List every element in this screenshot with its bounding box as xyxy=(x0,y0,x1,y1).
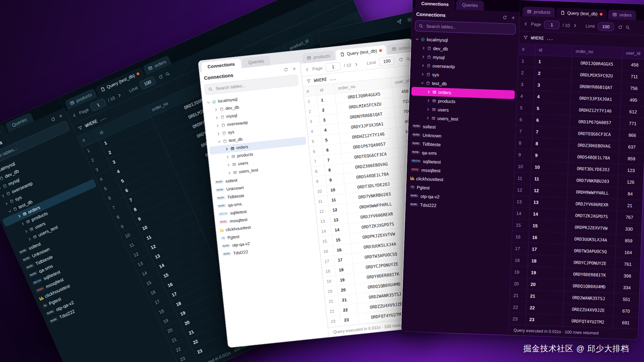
cell-seq: 10 xyxy=(515,161,532,173)
refresh-connections-icon[interactable] xyxy=(502,15,507,19)
refresh-connections-icon[interactable] xyxy=(50,116,56,122)
chevron-right-icon[interactable] xyxy=(17,214,22,219)
cell-seq: 12 xyxy=(315,205,330,217)
chevron-right-icon[interactable] xyxy=(421,63,425,67)
tree-item-label: orders xyxy=(438,89,451,95)
cell-id: 23 xyxy=(526,313,563,326)
next-page-icon[interactable] xyxy=(573,23,577,27)
prev-page-icon[interactable] xyxy=(71,112,77,118)
cell-user_id: 670 xyxy=(613,305,639,317)
column-header-order_no[interactable]: order_no xyxy=(572,46,623,58)
tree-item-label: users xyxy=(238,161,249,166)
chevron-right-icon[interactable] xyxy=(426,116,430,120)
send-icon[interactable] xyxy=(396,19,402,25)
cell-order_no: ORDLMIK5FC9ZU xyxy=(571,69,622,82)
tab-orders-table[interactable]: orders xyxy=(608,9,636,20)
page-input[interactable]: 1 xyxy=(544,20,560,29)
filter-icon xyxy=(77,125,83,131)
search-results-icon[interactable] xyxy=(165,71,170,77)
chevron-down-icon[interactable] xyxy=(206,100,210,104)
cell-id: 9 xyxy=(532,149,569,162)
page-input[interactable]: 1 xyxy=(325,62,341,72)
database-icon xyxy=(426,81,430,85)
chevron-right-icon[interactable] xyxy=(216,132,220,136)
results-pane: products Query (test_db) orders Page 1 /… xyxy=(509,0,644,340)
cell-seq: 3 xyxy=(517,78,534,90)
cell-user_id: 859 xyxy=(619,153,644,165)
cell-user_id: 398 xyxy=(614,270,640,282)
chevron-right-icon[interactable] xyxy=(427,99,430,102)
tab-products-table[interactable]: products xyxy=(523,6,555,17)
column-header-seq[interactable]: # xyxy=(303,85,317,97)
unsaved-dot xyxy=(600,13,602,15)
tree-item-label: sys xyxy=(228,130,234,135)
column-header-id[interactable]: id xyxy=(535,44,573,57)
limit-input[interactable]: 100 xyxy=(378,56,394,66)
search-tables-box[interactable] xyxy=(415,20,516,35)
results-table: #idorder_nouser_id11ORDIJQ0R4GGX545822OR… xyxy=(509,44,644,329)
mysql-logo-icon: MySQL xyxy=(411,150,420,155)
chevron-right-icon[interactable] xyxy=(1,193,6,198)
prev-page-icon[interactable] xyxy=(524,21,528,26)
refresh-connections-icon[interactable] xyxy=(283,67,288,72)
cell-order_no: ORDS48QE1L78A xyxy=(569,151,619,164)
cell-id: 6 xyxy=(322,144,341,155)
chevron-right-icon[interactable] xyxy=(215,116,219,120)
mysql-logo-icon: MySQL xyxy=(412,142,420,146)
tab-queries[interactable]: Queries xyxy=(456,0,484,10)
filter-icon xyxy=(306,79,311,83)
add-connection-icon[interactable] xyxy=(58,113,63,119)
mssql-logo-icon: MSSQL xyxy=(36,286,45,293)
chevron-right-icon[interactable] xyxy=(422,46,425,50)
chevron-right-icon[interactable] xyxy=(4,201,9,206)
refresh-results-icon[interactable] xyxy=(158,74,164,80)
tree-item-label: test_db xyxy=(432,81,447,86)
database-icon xyxy=(0,176,4,181)
chevron-right-icon[interactable] xyxy=(421,72,424,76)
chevron-right-icon[interactable] xyxy=(27,237,32,242)
mysql-logo-icon: MySQL xyxy=(216,196,225,200)
add-connection-icon[interactable] xyxy=(511,15,515,20)
cell-seq: 7 xyxy=(310,156,325,167)
chevron-right-icon[interactable] xyxy=(0,186,2,191)
cell-user_id: 859 xyxy=(616,235,642,247)
search-tables-input[interactable] xyxy=(425,23,512,32)
chevron-right-icon[interactable] xyxy=(225,147,229,151)
chevron-right-icon[interactable] xyxy=(427,90,431,94)
chevron-down-icon[interactable] xyxy=(217,139,221,143)
chevron-right-icon[interactable] xyxy=(20,222,25,227)
chevron-down-icon[interactable] xyxy=(415,37,419,41)
next-page-icon[interactable] xyxy=(117,93,122,98)
cell-seq: 12 xyxy=(514,184,531,196)
chevron-down-icon[interactable] xyxy=(7,209,12,214)
cell-seq: 14 xyxy=(513,207,530,220)
column-header-seq[interactable]: # xyxy=(519,44,536,55)
search-results-icon[interactable] xyxy=(406,56,410,61)
next-page-icon[interactable] xyxy=(354,62,359,66)
refresh-results-icon[interactable] xyxy=(398,57,403,62)
refresh-results-icon[interactable] xyxy=(618,25,623,29)
column-header-id[interactable]: id xyxy=(316,84,335,95)
chevron-right-icon[interactable] xyxy=(24,229,29,234)
chevron-right-icon[interactable] xyxy=(426,107,430,111)
column-header-user_id[interactable]: user_id xyxy=(623,47,644,59)
cell-order_no: ORD3UUK5LXJ4A xyxy=(566,233,616,246)
sidebar-title: Connections xyxy=(416,11,446,18)
prev-page-icon[interactable] xyxy=(305,67,310,72)
chevron-down-icon[interactable] xyxy=(420,81,424,84)
tree-item-label: mysql xyxy=(433,55,445,60)
cell-id: 12 xyxy=(530,185,568,197)
connections-tree: localmysqldev_dbmysqloverseaotpsystest_d… xyxy=(401,34,519,335)
add-connection-icon[interactable] xyxy=(292,66,297,71)
table-icon xyxy=(432,99,436,103)
chevron-right-icon[interactable] xyxy=(214,108,218,112)
chevron-right-icon[interactable] xyxy=(226,163,230,167)
chevron-right-icon[interactable] xyxy=(227,171,231,175)
mysql-logo-icon: MySQL xyxy=(46,309,55,316)
tree-item-label: Unknown xyxy=(423,133,442,138)
limit-input[interactable]: 100 xyxy=(598,22,614,31)
chevron-right-icon[interactable] xyxy=(226,155,230,159)
chevron-right-icon[interactable] xyxy=(421,55,425,58)
chevron-right-icon[interactable] xyxy=(216,124,220,128)
search-results-icon[interactable] xyxy=(626,25,630,29)
